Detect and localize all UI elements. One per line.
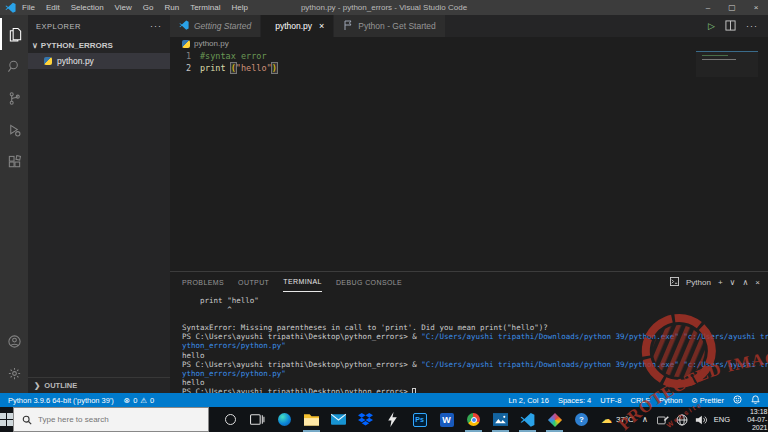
folder-python-errors[interactable]: ∨ PYTHON_ERRORS bbox=[28, 37, 170, 53]
taskbar-search[interactable] bbox=[13, 407, 209, 432]
cortana-icon[interactable] bbox=[217, 407, 244, 432]
windows-logo-icon bbox=[0, 413, 13, 426]
mail-icon[interactable] bbox=[325, 407, 352, 432]
time: 13:18 bbox=[750, 408, 768, 415]
temperature: 37°C bbox=[616, 415, 634, 424]
menu-selection[interactable]: Selection bbox=[71, 3, 104, 12]
edge-icon[interactable] bbox=[271, 407, 298, 432]
search-input[interactable] bbox=[38, 415, 208, 424]
task-view-icon[interactable] bbox=[244, 407, 271, 432]
menu-run[interactable]: Run bbox=[164, 3, 179, 12]
terminal-dropdown-icon[interactable]: ∨ bbox=[730, 278, 736, 287]
status-utf-8[interactable]: UTF-8 bbox=[600, 396, 621, 405]
tab-label: python.py bbox=[275, 21, 312, 31]
terminal-text: "C:/Users/ayushi tripathi/Downloads/pyth… bbox=[421, 360, 768, 369]
lightning-icon[interactable] bbox=[379, 407, 406, 432]
panel-tab-debug-console[interactable]: DEBUG CONSOLE bbox=[336, 272, 402, 292]
start-button[interactable] bbox=[0, 407, 13, 432]
panel-tabs: PROBLEMSOUTPUTTERMINALDEBUG CONSOLE bbox=[182, 272, 416, 292]
close-button[interactable]: × bbox=[744, 3, 768, 12]
hidden-icons-chevron-icon[interactable]: ∧ bbox=[640, 415, 650, 424]
diamond-icon[interactable] bbox=[541, 407, 568, 432]
tab-python-py[interactable]: python.py× bbox=[261, 15, 334, 37]
breadcrumb[interactable]: python.py bbox=[170, 37, 768, 50]
code-text: #syntax error bbox=[200, 50, 267, 62]
text-cursor bbox=[277, 64, 278, 74]
more-actions-icon[interactable]: ··· bbox=[746, 21, 758, 31]
volume-icon[interactable] bbox=[695, 414, 707, 426]
source-control-icon[interactable] bbox=[0, 82, 28, 114]
minimap[interactable] bbox=[696, 51, 758, 77]
terminal-text: hello bbox=[182, 351, 205, 360]
accounts-icon[interactable] bbox=[0, 325, 28, 357]
tab-python-get-started[interactable]: Python - Get Started bbox=[334, 15, 445, 37]
weather-widget[interactable]: ☁ 37°C bbox=[595, 407, 640, 432]
file-explorer-icon[interactable] bbox=[298, 407, 325, 432]
terminal-line: hello bbox=[182, 378, 768, 387]
help-icon[interactable]: ? bbox=[568, 407, 595, 432]
panel-tab-output[interactable]: OUTPUT bbox=[238, 272, 269, 292]
status-python[interactable]: Python bbox=[659, 396, 682, 405]
tab-getting-started[interactable]: Getting Started bbox=[170, 15, 261, 37]
chrome-icon[interactable] bbox=[460, 407, 487, 432]
menu-help[interactable]: Help bbox=[231, 3, 247, 12]
run-debug-icon[interactable] bbox=[0, 114, 28, 146]
shell-selector[interactable]: Python bbox=[686, 278, 711, 287]
status-crlf[interactable]: CRLF bbox=[631, 396, 651, 405]
file-list: python.py bbox=[28, 53, 170, 69]
code-line: 1#syntax error bbox=[170, 50, 768, 62]
split-editor-icon[interactable] bbox=[725, 17, 736, 35]
problems-status[interactable]: ⊗0 ⚠0 bbox=[124, 396, 154, 405]
terminal-content[interactable]: print "hello" ^ SyntaxError: Missing par… bbox=[170, 292, 768, 396]
menu-go[interactable]: Go bbox=[143, 3, 154, 12]
file-item-python.py[interactable]: python.py bbox=[28, 53, 170, 69]
language-indicator[interactable]: ENG bbox=[714, 415, 730, 424]
activity-bar bbox=[0, 15, 28, 393]
tab-close-icon[interactable]: × bbox=[319, 21, 324, 31]
menu-edit[interactable]: Edit bbox=[46, 3, 60, 12]
pen-input-icon[interactable] bbox=[657, 414, 669, 426]
explorer-title: EXPLORER bbox=[36, 22, 81, 31]
minimize-button[interactable]: – bbox=[696, 3, 720, 12]
feedback-icon[interactable] bbox=[733, 395, 742, 406]
explorer-more-actions[interactable]: ··· bbox=[150, 21, 162, 31]
network-globe-icon[interactable] bbox=[676, 414, 688, 426]
dropbox-icon[interactable] bbox=[352, 407, 379, 432]
status-ln-2-col-16[interactable]: Ln 2, Col 16 bbox=[508, 396, 548, 405]
bell-icon[interactable] bbox=[751, 395, 760, 406]
chevron-down-icon: ∨ bbox=[32, 41, 38, 50]
status-spaces-4[interactable]: Spaces: 4 bbox=[558, 396, 591, 405]
word-icon[interactable]: W bbox=[433, 407, 460, 432]
menu-file[interactable]: File bbox=[22, 3, 35, 12]
maximize-panel-icon[interactable]: ∧ bbox=[742, 278, 748, 287]
explorer-sidebar: EXPLORER ··· ∨ PYTHON_ERRORS python.py ❯… bbox=[28, 15, 170, 393]
error-icon: ⊗ bbox=[124, 396, 130, 405]
status--prettier[interactable]: ⊘ Prettier bbox=[691, 396, 724, 405]
panel-tab-problems[interactable]: PROBLEMS bbox=[182, 272, 224, 292]
menu-view[interactable]: View bbox=[115, 3, 132, 12]
vscode-icon[interactable] bbox=[514, 407, 541, 432]
explorer-icon[interactable] bbox=[0, 18, 28, 50]
clock[interactable]: 13:18 04-07-2021 bbox=[737, 408, 768, 432]
panel-tab-terminal[interactable]: TERMINAL bbox=[283, 272, 322, 292]
close-panel-icon[interactable]: × bbox=[755, 278, 760, 287]
bottom-panel: PROBLEMSOUTPUTTERMINALDEBUG CONSOLE Pyth… bbox=[170, 271, 768, 393]
tab-label: Getting Started bbox=[194, 21, 251, 31]
menu-terminal[interactable]: Terminal bbox=[190, 3, 220, 12]
settings-gear-icon[interactable] bbox=[0, 357, 28, 389]
code-editor[interactable]: 1#syntax error2print ("hello") bbox=[170, 50, 768, 271]
terminal-line: PS C:\Users\ayushi tripathi\Desktop\pyth… bbox=[182, 332, 768, 341]
line-number: 1 bbox=[170, 50, 200, 62]
run-python-file-button[interactable]: ▷ bbox=[708, 21, 715, 31]
python-interpreter-status[interactable]: Python 3.9.6 64-bit ('python 39') bbox=[8, 396, 114, 405]
outline-section[interactable]: ❯ OUTLINE bbox=[28, 377, 170, 393]
python-file-icon bbox=[182, 40, 190, 48]
code-text: print ("hello") bbox=[200, 62, 278, 74]
photoshop-icon[interactable]: Ps bbox=[406, 407, 433, 432]
photos-icon[interactable] bbox=[487, 407, 514, 432]
restore-button[interactable]: ▢ bbox=[720, 3, 744, 12]
search-icon[interactable] bbox=[0, 50, 28, 82]
extensions-icon[interactable] bbox=[0, 146, 28, 178]
vscode-logo-icon bbox=[5, 2, 16, 13]
new-terminal-icon[interactable]: + bbox=[718, 278, 723, 287]
